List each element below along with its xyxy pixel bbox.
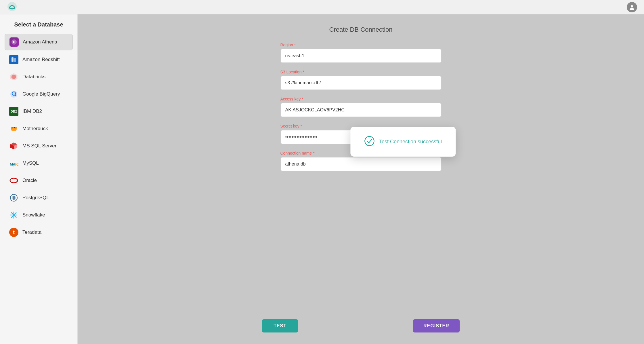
s3-location-label: S3 Location * — [280, 70, 442, 74]
sidebar-item-mysql[interactable]: My SQL MySQL — [5, 155, 73, 171]
content-area: Create DB Connection Region * S3 Locatio… — [78, 14, 644, 344]
sidebar-item-label: Amazon Athena — [23, 39, 57, 45]
svg-point-20 — [10, 178, 18, 183]
sidebar-item-snowflake[interactable]: Snowflake — [5, 207, 73, 223]
svg-text:SQL: SQL — [14, 162, 18, 166]
register-button[interactable]: REGISTER — [413, 319, 460, 332]
sidebar-item-ms-sql-server[interactable]: MS SQL Server — [5, 138, 73, 154]
teradata-icon: t — [9, 228, 18, 237]
sidebar-item-ibm-db2[interactable]: DB2 IBM DB2 — [5, 103, 73, 119]
postgresql-icon — [9, 193, 18, 202]
s3-location-group: S3 Location * — [280, 70, 442, 90]
sidebar-item-label: Oracle — [22, 178, 37, 183]
sidebar-item-amazon-athena[interactable]: Amazon Athena — [5, 34, 73, 50]
sidebar: Select a Database Amazon Athena Amazon R… — [0, 14, 78, 344]
mysql-icon: My SQL — [9, 159, 18, 168]
sidebar-item-label: Google BigQuery — [22, 91, 60, 97]
svg-point-14 — [14, 127, 15, 128]
sidebar-item-label: IBM DB2 — [22, 109, 42, 114]
page-title: Create DB Connection — [95, 26, 627, 33]
sidebar-item-teradata[interactable]: t Teradata — [5, 224, 73, 240]
bottom-action-bar: TEST REGISTER — [78, 319, 644, 332]
s3-location-input[interactable] — [280, 76, 442, 90]
sidebar-item-label: Databricks — [22, 74, 45, 80]
sidebar-item-label: Motherduck — [22, 126, 48, 132]
sidebar-item-postgresql[interactable]: PostgreSQL — [5, 190, 73, 206]
sidebar-title: Select a Database — [5, 21, 73, 28]
user-avatar[interactable] — [627, 2, 637, 12]
toast-message: Test Connection successful — [379, 139, 442, 145]
access-key-group: Access key * — [280, 97, 442, 117]
motherduck-icon — [9, 124, 18, 133]
test-button[interactable]: TEST — [262, 319, 298, 332]
svg-rect-4 — [14, 58, 16, 62]
sidebar-item-label: MS SQL Server — [22, 143, 56, 149]
svg-rect-3 — [12, 57, 14, 62]
toast-check-icon — [364, 136, 374, 147]
svg-point-28 — [365, 136, 374, 146]
sidebar-item-google-bigquery[interactable]: Google BigQuery — [5, 86, 73, 102]
svg-point-13 — [13, 127, 14, 128]
sidebar-item-oracle[interactable]: Oracle — [5, 172, 73, 189]
sidebar-item-label: PostgreSQL — [22, 195, 49, 201]
connection-name-input[interactable] — [280, 157, 442, 171]
access-key-input[interactable] — [280, 103, 442, 117]
topbar — [0, 0, 644, 14]
sidebar-item-amazon-redshift[interactable]: Amazon Redshift — [5, 52, 73, 68]
redshift-icon — [9, 55, 18, 64]
app-logo — [7, 1, 17, 13]
svg-point-27 — [13, 214, 15, 216]
sidebar-item-databricks[interactable]: Databricks — [5, 69, 73, 85]
main-layout: Select a Database Amazon Athena Amazon R… — [0, 14, 644, 344]
ibmdb2-icon: DB2 — [9, 107, 18, 116]
toast-notification: Test Connection successful — [350, 127, 456, 157]
sidebar-item-label: Teradata — [22, 229, 41, 235]
svg-point-0 — [7, 2, 17, 11]
region-group: Region * — [280, 43, 442, 63]
athena-icon — [9, 37, 19, 47]
bigquery-icon — [9, 90, 18, 99]
snowflake-icon — [9, 210, 18, 220]
mssql-icon — [9, 141, 18, 151]
region-label: Region * — [280, 43, 442, 47]
databricks-icon — [9, 72, 18, 81]
sidebar-item-label: Amazon Redshift — [22, 57, 60, 62]
sidebar-item-motherduck[interactable]: Motherduck — [5, 121, 73, 137]
oracle-icon — [9, 176, 18, 185]
svg-point-1 — [631, 5, 633, 7]
sidebar-item-label: MySQL — [22, 160, 39, 166]
sidebar-item-label: Snowflake — [22, 212, 45, 218]
access-key-label: Access key * — [280, 97, 442, 101]
region-input[interactable] — [280, 49, 442, 63]
